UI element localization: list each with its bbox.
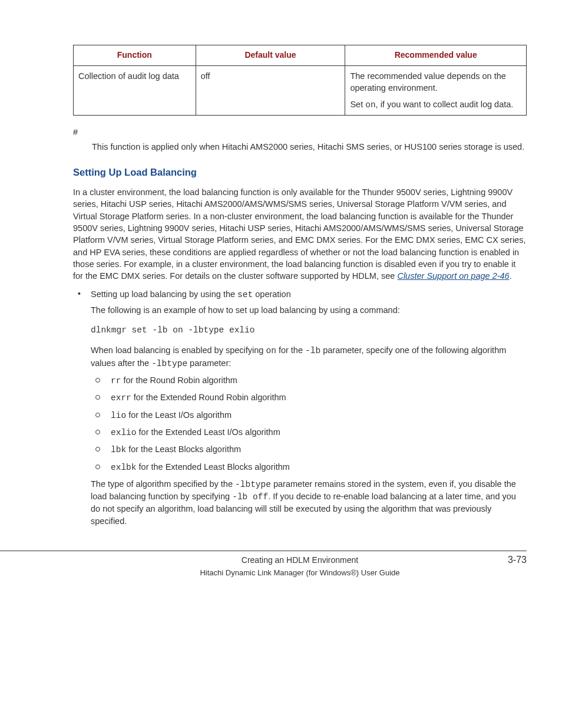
col-function: Function: [74, 45, 196, 66]
bullet-list: Setting up load balancing by using the s…: [73, 288, 527, 527]
col-default: Default value: [196, 45, 345, 66]
bullet-line4: The type of algorithm specified by the -…: [91, 478, 527, 527]
footer-title: Creating an HDLM Environment: [242, 555, 358, 566]
algo-item: exlio for the Extended Least I/Os algori…: [91, 426, 527, 439]
bullet-line2: The following is an example of how to se…: [91, 304, 527, 316]
rec-line2: Set on, if you want to collect audit log…: [350, 98, 521, 111]
algorithm-list: rr for the Round Robin algorithm exrr fo…: [91, 374, 527, 473]
cell-default: off: [196, 65, 345, 116]
page-footer: Creating an HDLM Environment 3-73 Hitach…: [0, 551, 527, 578]
table-header-row: Function Default value Recommended value: [74, 45, 527, 66]
command-block: dlnkmgr set -lb on -lbtype exlio: [91, 324, 527, 336]
hash-symbol: #: [73, 126, 527, 138]
cell-recommended: The recommended value depends on the ope…: [345, 65, 527, 116]
bullet-line3: When load balancing is enabled by specif…: [91, 344, 527, 370]
cell-function: Collection of audit log data: [74, 65, 196, 116]
algo-item: lbk for the Least Blocks algorithm: [91, 443, 527, 456]
table-row: Collection of audit log data off The rec…: [74, 65, 527, 116]
footer-subtitle: Hitachi Dynamic Link Manager (for Window…: [73, 568, 527, 578]
hash-note: # This function is applied only when Hit…: [73, 126, 527, 153]
page-number: 3-73: [508, 554, 527, 566]
algo-item: exrr for the Extended Round Robin algori…: [91, 391, 527, 404]
col-recommended: Recommended value: [345, 45, 527, 66]
bullet-line1: Setting up load balancing by using the s…: [91, 288, 527, 301]
section-body: In a cluster environment, the load balan…: [73, 186, 527, 527]
settings-table: Function Default value Recommended value…: [73, 45, 527, 116]
algo-item: exlbk for the Extended Least Blocks algo…: [91, 461, 527, 473]
intro-paragraph: In a cluster environment, the load balan…: [73, 186, 527, 282]
list-item: Setting up load balancing by using the s…: [73, 288, 527, 527]
page-content: Function Default value Recommended value…: [0, 0, 562, 596]
algo-item: lio for the Least I/Os algorithm: [91, 409, 527, 421]
rec-line1: The recommended value depends on the ope…: [350, 70, 521, 94]
cluster-support-link[interactable]: Cluster Support on page 2-46: [397, 271, 509, 281]
hash-text: This function is applied only when Hitac…: [92, 141, 527, 153]
section-heading: Setting Up Load Balancing: [0, 166, 527, 179]
algo-item: rr for the Round Robin algorithm: [91, 374, 527, 387]
